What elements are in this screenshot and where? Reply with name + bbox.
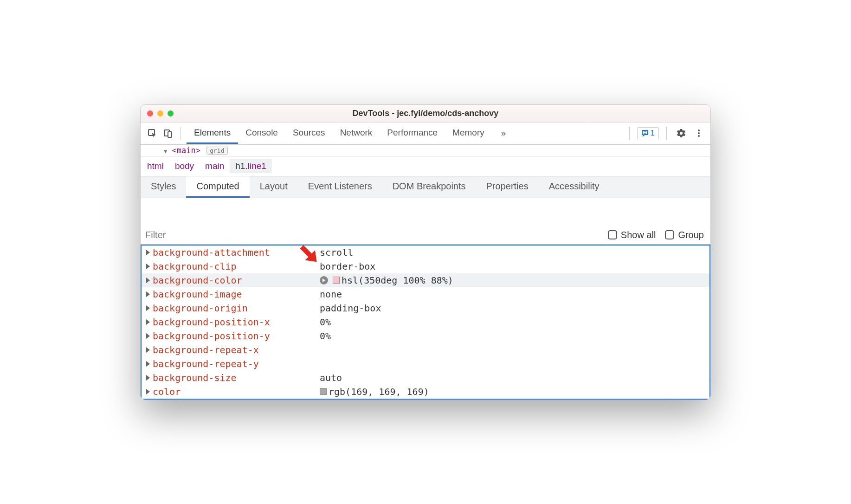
chat-icon bbox=[641, 129, 649, 137]
property-row[interactable]: background-repeat-x bbox=[142, 343, 709, 357]
svg-point-7 bbox=[698, 135, 700, 137]
property-name: background-origin bbox=[153, 301, 320, 315]
property-value-text: rgb(169, 169, 169) bbox=[329, 385, 429, 399]
expand-icon[interactable] bbox=[146, 264, 150, 269]
collapse-arrow-icon: ▼ bbox=[164, 148, 167, 155]
traffic-lights bbox=[141, 110, 174, 116]
property-name: background-color bbox=[153, 273, 320, 287]
expand-icon[interactable] bbox=[146, 305, 150, 311]
expand-icon[interactable] bbox=[146, 361, 150, 367]
show-all-label: Show all bbox=[621, 230, 656, 240]
property-row[interactable]: background-repeat-y bbox=[142, 357, 709, 371]
window-title: DevTools - jec.fyi/demo/cds-anchovy bbox=[141, 109, 710, 118]
crumb-main[interactable]: main bbox=[200, 159, 230, 173]
expand-icon[interactable] bbox=[146, 389, 150, 394]
issues-badge[interactable]: 1 bbox=[637, 127, 659, 139]
expand-icon[interactable] bbox=[146, 333, 150, 339]
property-value: auto bbox=[320, 371, 342, 385]
subtab-properties[interactable]: Properties bbox=[476, 176, 539, 198]
svg-point-5 bbox=[698, 129, 700, 131]
property-name: background-size bbox=[153, 371, 320, 385]
issues-count: 1 bbox=[651, 129, 655, 138]
property-name: background-position-x bbox=[153, 315, 320, 329]
property-value: none bbox=[320, 287, 342, 301]
group-checkbox[interactable]: Group bbox=[665, 230, 704, 240]
dom-peek[interactable]: ▼ <main> grid bbox=[141, 145, 710, 156]
goto-source-icon[interactable] bbox=[320, 276, 328, 284]
property-value: 0% bbox=[320, 329, 331, 343]
expand-icon[interactable] bbox=[146, 347, 150, 353]
subtab-accessibility[interactable]: Accessibility bbox=[539, 176, 610, 198]
color-swatch[interactable] bbox=[320, 388, 327, 395]
subtab-dom-breakpoints[interactable]: DOM Breakpoints bbox=[382, 176, 476, 198]
expand-icon[interactable] bbox=[146, 250, 150, 255]
toolbar-divider bbox=[181, 127, 181, 140]
tab-console[interactable]: Console bbox=[238, 123, 285, 144]
filter-input[interactable] bbox=[145, 230, 263, 240]
property-list: background-attachmentscrollbackground-cl… bbox=[142, 246, 709, 399]
property-value: scroll bbox=[320, 246, 353, 259]
property-value: 0% bbox=[320, 315, 331, 329]
subtab-layout[interactable]: Layout bbox=[250, 176, 298, 198]
expand-icon[interactable] bbox=[146, 319, 150, 325]
subtab-event-listeners[interactable]: Event Listeners bbox=[298, 176, 382, 198]
dom-peek-tagname: main bbox=[177, 146, 196, 155]
property-value-text: 0% bbox=[320, 329, 331, 343]
kebab-menu-icon[interactable] bbox=[692, 126, 706, 140]
styles-subtabs: StylesComputedLayoutEvent ListenersDOM B… bbox=[141, 176, 710, 198]
tab-elements[interactable]: Elements bbox=[187, 123, 238, 144]
property-value-text: auto bbox=[320, 371, 342, 385]
property-row[interactable]: background-colorhsl(350deg 100% 88%) bbox=[142, 273, 709, 287]
toolbar-divider bbox=[629, 127, 630, 140]
checkbox-icon bbox=[608, 230, 617, 239]
property-row[interactable]: background-position-x0% bbox=[142, 315, 709, 329]
property-name: background-repeat-x bbox=[153, 343, 320, 357]
grid-badge[interactable]: grid bbox=[206, 147, 227, 155]
computed-panel: background-attachmentscrollbackground-cl… bbox=[141, 245, 710, 400]
property-value-text: hsl(350deg 100% 88%) bbox=[342, 273, 453, 287]
svg-rect-2 bbox=[168, 132, 172, 137]
tab-network[interactable]: Network bbox=[333, 123, 380, 144]
property-row[interactable]: background-originpadding-box bbox=[142, 301, 709, 315]
property-value-text: 0% bbox=[320, 315, 331, 329]
crumb-h1-line1[interactable]: h1.line1 bbox=[230, 159, 272, 173]
close-icon[interactable] bbox=[147, 110, 153, 116]
color-swatch[interactable] bbox=[333, 277, 340, 284]
property-value: padding-box bbox=[320, 301, 381, 315]
tab-performance[interactable]: Performance bbox=[380, 123, 445, 144]
minimize-icon[interactable] bbox=[157, 110, 163, 116]
inspect-icon[interactable] bbox=[145, 126, 159, 140]
gear-icon[interactable] bbox=[674, 126, 688, 140]
maximize-icon[interactable] bbox=[168, 110, 174, 116]
property-name: background-image bbox=[153, 287, 320, 301]
tab-memory[interactable]: Memory bbox=[445, 123, 492, 144]
property-name: color bbox=[153, 385, 320, 399]
expand-icon[interactable] bbox=[146, 291, 150, 297]
device-toggle-icon[interactable] bbox=[161, 126, 175, 140]
property-row[interactable]: background-imagenone bbox=[142, 287, 709, 301]
checkbox-icon bbox=[665, 230, 674, 239]
show-all-checkbox[interactable]: Show all bbox=[608, 230, 656, 240]
toolbar-right: 1 bbox=[625, 126, 706, 140]
property-row[interactable]: background-clipborder-box bbox=[142, 259, 709, 273]
devtools-window: DevTools - jec.fyi/demo/cds-anchovy Elem… bbox=[140, 104, 711, 400]
expand-icon[interactable] bbox=[146, 278, 150, 283]
property-value: hsl(350deg 100% 88%) bbox=[320, 273, 453, 287]
property-name: background-repeat-y bbox=[153, 357, 320, 371]
subtab-computed[interactable]: Computed bbox=[186, 176, 249, 198]
property-row[interactable]: background-sizeauto bbox=[142, 371, 709, 385]
tab-sources[interactable]: Sources bbox=[285, 123, 333, 144]
property-row[interactable]: background-attachmentscroll bbox=[142, 246, 709, 259]
breadcrumb: htmlbodymainh1.line1 bbox=[141, 156, 710, 176]
property-row[interactable]: background-position-y0% bbox=[142, 329, 709, 343]
crumb-html[interactable]: html bbox=[142, 159, 169, 173]
expand-icon[interactable] bbox=[146, 375, 150, 381]
subtab-styles[interactable]: Styles bbox=[141, 176, 186, 198]
toolbar-divider bbox=[666, 127, 667, 140]
titlebar: DevTools - jec.fyi/demo/cds-anchovy bbox=[141, 105, 710, 123]
crumb-body[interactable]: body bbox=[169, 159, 200, 173]
tab-overflow[interactable]: » bbox=[494, 123, 514, 143]
property-value-text: none bbox=[320, 287, 342, 301]
property-row[interactable]: colorrgb(169, 169, 169) bbox=[142, 385, 709, 399]
property-value-text: scroll bbox=[320, 246, 353, 259]
